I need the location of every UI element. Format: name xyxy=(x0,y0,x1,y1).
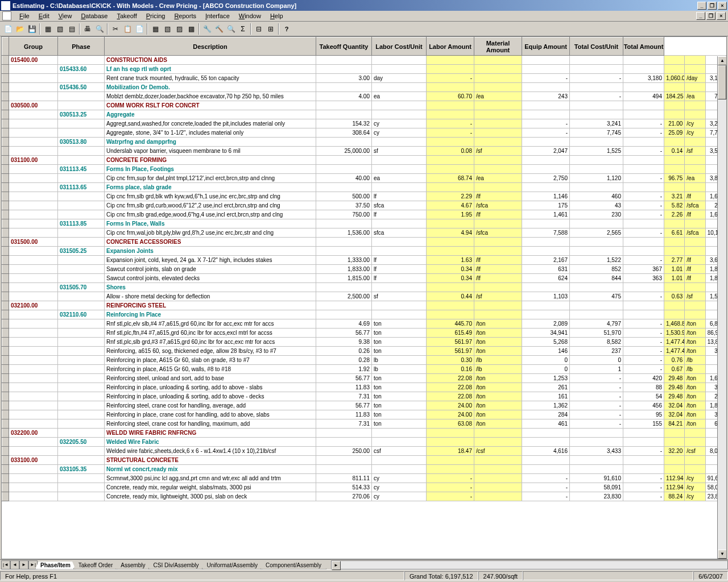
table-row[interactable]: 032100.00REINFORCING STEEL xyxy=(2,301,726,310)
maximize-button[interactable]: ❐ xyxy=(708,2,717,10)
table-row[interactable]: Aggregate, stone, 3/4" to 1-1/2", includ… xyxy=(2,128,726,138)
scroll-down-button[interactable]: ▼ xyxy=(718,550,727,559)
tool-button[interactable]: ▤ xyxy=(66,23,77,35)
table-row[interactable]: Reinforcing in place, A615 Gr 60, slab o… xyxy=(2,356,726,365)
menu-interface[interactable]: Interface xyxy=(201,11,234,20)
row-selector[interactable] xyxy=(2,465,9,474)
table-row[interactable]: Rnf stl,plc,elv slb,#4 #7,a615,grd 60,in… xyxy=(2,319,726,329)
row-selector[interactable] xyxy=(2,410,9,419)
row-selector[interactable] xyxy=(2,92,9,101)
table-row[interactable]: Expansion joint, cold, keyed, 24 ga. X 7… xyxy=(2,256,726,265)
row-selector[interactable] xyxy=(2,174,9,183)
row-selector[interactable] xyxy=(2,138,9,147)
row-selector[interactable] xyxy=(2,201,9,210)
sheet-tab[interactable]: CSI Div/Assembly xyxy=(148,562,204,569)
print-button[interactable]: 🖶 xyxy=(82,23,93,35)
sheet-tab[interactable]: Uniformat/Assembly xyxy=(202,562,263,569)
table-row[interactable]: Reinforcing in place, crane cost for han… xyxy=(2,410,726,419)
row-selector[interactable] xyxy=(2,474,9,483)
row-selector-header[interactable] xyxy=(2,38,9,56)
menu-takeoff[interactable]: Takeoff xyxy=(112,11,141,20)
table-row[interactable]: 030500.00COMM WORK RSLT FOR CONCRT xyxy=(2,101,726,110)
row-selector[interactable] xyxy=(2,83,9,92)
row-selector[interactable] xyxy=(2,74,9,83)
menu-pricing[interactable]: Pricing xyxy=(142,11,170,20)
table-row[interactable]: 031113.65Forms place, slab grade xyxy=(2,183,726,192)
table-row[interactable]: 032205.50Welded Wire Fabric xyxy=(2,438,726,447)
table-row[interactable]: 033100.00STRUCTURAL CONCRETE xyxy=(2,456,726,465)
table-row[interactable]: 015436.50Mobilization Or Demob. xyxy=(2,83,726,92)
save-button[interactable]: 💾 xyxy=(26,23,38,35)
menu-view[interactable]: View xyxy=(54,11,77,20)
sheet-tab[interactable]: Assembly xyxy=(115,562,150,569)
table-row[interactable]: Reinforcing steel, unload and sort, add … xyxy=(2,374,726,383)
row-selector[interactable] xyxy=(2,438,9,447)
row-selector[interactable] xyxy=(2,65,9,74)
tool-button[interactable]: ⊞ xyxy=(265,23,276,35)
column-header-phase[interactable]: Phase xyxy=(58,38,105,56)
tool-button[interactable]: ▨ xyxy=(173,23,185,35)
row-selector[interactable] xyxy=(2,429,9,438)
row-selector[interactable] xyxy=(2,256,9,265)
table-row[interactable]: Cip cnc frm,slb grd,curb,wood,6"12",2 us… xyxy=(2,201,726,210)
table-row[interactable]: Reinforcing steel, crane cost for handli… xyxy=(2,401,726,410)
table-row[interactable]: 033105.35Norml wt concrt,ready mix xyxy=(2,465,726,474)
row-selector[interactable] xyxy=(2,392,9,401)
row-selector[interactable] xyxy=(2,265,9,274)
help-button[interactable]: ? xyxy=(281,23,292,35)
cut-button[interactable]: ✂ xyxy=(110,23,121,35)
table-row[interactable]: 030513.80Watrprfng and dampprfng xyxy=(2,138,726,147)
row-selector[interactable] xyxy=(2,383,9,392)
table-row[interactable]: 031113.45Forms In Place, Footings xyxy=(2,165,726,174)
spreadsheet-grid[interactable]: Group Phase Description Takeoff Quantity… xyxy=(1,36,727,559)
table-row[interactable]: 031113.85Forms In Place, Walls xyxy=(2,219,726,228)
tool-button[interactable]: ▦ xyxy=(42,23,53,35)
table-row[interactable]: 032200.00WELDD WIRE FABRIC RNFRCNG xyxy=(2,429,726,438)
column-header-labor-amount[interactable]: Labor Amount xyxy=(427,38,474,56)
row-selector[interactable] xyxy=(2,447,9,456)
table-row[interactable]: 015433.60Lf an hs eqp rtl wth oprt xyxy=(2,65,726,74)
tool-button[interactable]: 🔨 xyxy=(213,23,225,35)
row-selector[interactable] xyxy=(2,219,9,228)
sheet-tab[interactable]: Component/Assembly xyxy=(260,562,326,569)
menu-window[interactable]: Window xyxy=(234,11,266,20)
tool-button[interactable]: 🔧 xyxy=(201,23,213,35)
table-row[interactable]: 031505.70Shores xyxy=(2,283,726,292)
table-row[interactable]: Sawcut control joints, elevated decks1,8… xyxy=(2,274,726,283)
row-selector[interactable] xyxy=(2,147,9,156)
menu-database[interactable]: Database xyxy=(76,11,112,20)
tool-button[interactable]: ▩ xyxy=(185,23,197,35)
new-button[interactable]: 📄 xyxy=(2,23,14,35)
table-row[interactable]: Allow - shore metal decking for deflecti… xyxy=(2,292,726,301)
copy-button[interactable]: 📋 xyxy=(122,23,133,35)
tool-button[interactable]: ⊟ xyxy=(253,23,264,35)
row-selector[interactable] xyxy=(2,110,9,119)
scroll-thumb[interactable] xyxy=(718,65,726,99)
row-selector[interactable] xyxy=(2,283,9,292)
table-row[interactable]: Concrete, ready mix, lightweight, 3000 p… xyxy=(2,492,726,501)
row-selector[interactable] xyxy=(2,165,9,174)
row-selector[interactable] xyxy=(2,319,9,329)
row-selector[interactable] xyxy=(2,401,9,410)
table-row[interactable]: 030513.25Aggregate xyxy=(2,110,726,119)
preview-button[interactable]: 🔍 xyxy=(94,23,105,35)
row-selector[interactable] xyxy=(2,492,9,501)
row-selector[interactable] xyxy=(2,456,9,465)
table-row[interactable]: Scrmnwt,3000 psi,inc lcl agg,snd,prt cmn… xyxy=(2,474,726,483)
row-selector[interactable] xyxy=(2,292,9,301)
column-header-material-amount[interactable]: Material Amount xyxy=(474,38,522,56)
column-header-total-amount[interactable]: Total Amount xyxy=(623,38,664,56)
horizontal-scrollbar[interactable]: ◄ ► xyxy=(331,560,728,569)
menu-file[interactable]: File xyxy=(15,11,34,20)
tool-button[interactable]: ▧ xyxy=(54,23,65,35)
row-selector[interactable] xyxy=(2,347,9,356)
row-selector[interactable] xyxy=(2,192,9,201)
row-selector[interactable] xyxy=(2,419,9,429)
minimize-button[interactable]: _ xyxy=(697,2,706,10)
table-row[interactable]: Rent crane truck mounted, hydraulic, 55 … xyxy=(2,74,726,83)
row-selector[interactable] xyxy=(2,101,9,110)
sum-button[interactable]: Σ xyxy=(237,23,249,35)
row-selector[interactable] xyxy=(2,310,9,319)
tab-next-button[interactable]: ► xyxy=(19,560,28,569)
zoom-button[interactable]: 🔍 xyxy=(225,23,237,35)
